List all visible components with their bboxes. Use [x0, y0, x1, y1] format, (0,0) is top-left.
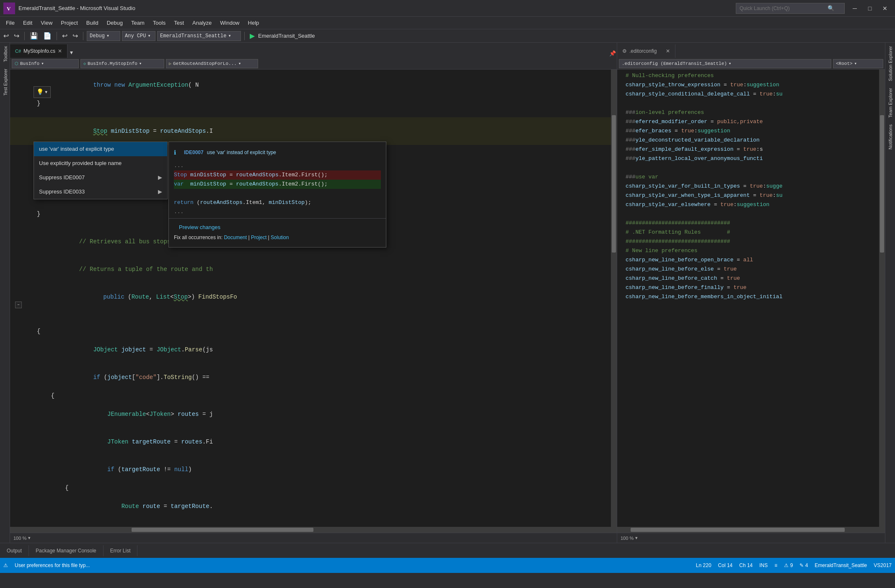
zoom-dropdown-right[interactable]: ▾	[635, 535, 638, 541]
scroll-bar-v-right[interactable]	[879, 70, 885, 527]
tab-mystopinfo[interactable]: C# MyStopInfo.cs ✕	[10, 44, 67, 58]
menu-window[interactable]: Window	[216, 18, 243, 28]
preview-label[interactable]: Preview changes	[174, 222, 381, 233]
fix-project-link[interactable]: Project	[251, 235, 266, 240]
scroll-bar-h-right[interactable]	[617, 527, 885, 533]
zoom-dropdown-left[interactable]: ▾	[28, 535, 31, 541]
fix-solution-link[interactable]: Solution	[271, 235, 289, 240]
toolbar-undo[interactable]: ↩	[60, 31, 69, 41]
context-menu-var-label: use 'var' instead of explicit type	[39, 144, 114, 154]
fix-document-link[interactable]: Document	[224, 235, 247, 240]
team-explorer-tab[interactable]: Team Explorer	[886, 85, 895, 121]
separator-3	[83, 32, 83, 40]
collapse-btn[interactable]: –	[15, 302, 22, 308]
scroll-thumb-right[interactable]	[880, 115, 884, 253]
output-tab[interactable]: Output	[0, 545, 29, 556]
tab-bar-right: ⚙ .editorconfig ✕	[617, 43, 885, 58]
zoom-label-left: 100 %	[13, 536, 26, 541]
right-line-11	[622, 163, 880, 173]
tab-editorconfig-close[interactable]: ✕	[666, 48, 670, 54]
scroll-thumb-left[interactable]	[612, 115, 616, 253]
menu-debug[interactable]: Debug	[103, 18, 127, 28]
cs-icon: C#	[15, 49, 21, 54]
editorconfig-code[interactable]: # Null-checking preferences csharp_style…	[617, 70, 885, 527]
context-menu-item-suppress0007[interactable]: Suppress IDE0007 ▶	[34, 170, 167, 185]
method-dropdown[interactable]: ▷ GetRouteAndStopForLo... ▾	[166, 59, 258, 68]
status-mode: INS	[759, 562, 768, 568]
code-editor-left[interactable]: 💡 ▾ throw new ArgumentException( N }	[10, 70, 617, 527]
menu-tools[interactable]: Tools	[149, 18, 170, 28]
run-button[interactable]: ▶	[248, 31, 256, 41]
ide-label: use 'var' instead of explicit type	[207, 148, 276, 157]
tab-editorconfig[interactable]: ⚙ .editorconfig ✕	[617, 44, 675, 58]
project-dropdown[interactable]: EmeraldTransit_Seattle ▾	[157, 31, 241, 41]
search-input[interactable]	[740, 5, 828, 11]
scroll-bar-h-left[interactable]	[10, 527, 617, 533]
context-menu-item-suppress0033[interactable]: Suppress IDE0033 ▶	[34, 185, 167, 199]
lightbulb-container: 💡 ▾	[34, 86, 51, 98]
menu-project[interactable]: Project	[57, 18, 82, 28]
menu-help[interactable]: Help	[244, 18, 264, 28]
maximize-button[interactable]: □	[863, 3, 877, 14]
tab-editorconfig-label: .editorconfig	[629, 48, 657, 54]
code-line-15: if (jobject["code"].ToString() ==	[10, 364, 617, 391]
separator-2	[57, 32, 57, 40]
method-label: GetRouteAndStopForLo...	[173, 61, 237, 66]
tab-dropdown-btn[interactable]: ▾	[67, 47, 75, 58]
nav-bar-left: ⬡ BusInfo ▾ ◇ BusInfo.MyStopInfo ▾ ▷ Get…	[10, 58, 617, 70]
status-vs-version: VS2017	[874, 562, 892, 568]
context-menu-item-var[interactable]: use 'var' instead of explicit type	[34, 142, 167, 156]
pin-btn[interactable]: 📌	[608, 49, 617, 58]
solution-explorer-tab[interactable]: Solution Explorer	[886, 43, 895, 85]
package-manager-console-tab[interactable]: Package Manager Console	[29, 545, 103, 556]
test-explorer-tab[interactable]: Test Explorer	[0, 65, 10, 99]
context-menu-item-tuple[interactable]: Use explicitly provided tuple name	[34, 156, 167, 170]
lightbulb-button[interactable]: 💡 ▾	[34, 86, 51, 98]
config-label: Debug	[90, 33, 105, 39]
toolbar-forward[interactable]: ↪	[12, 31, 21, 41]
context-menu: use 'var' instead of explicit type Use e…	[34, 142, 168, 199]
toolbar-back[interactable]: ↩	[2, 31, 10, 41]
preview-actions: Preview changes Fix all occurrences in: …	[169, 218, 386, 244]
search-box[interactable]: 🔍	[736, 3, 845, 14]
menu-edit[interactable]: Edit	[19, 18, 36, 28]
editorconfig-file-dropdown[interactable]: .editorconfig (EmeraldTransit_Seattle) ▾	[619, 59, 831, 68]
toolbox-tab[interactable]: Toolbox	[0, 43, 10, 65]
menu-build[interactable]: Build	[82, 18, 103, 28]
scroll-thumb-h-left[interactable]	[132, 528, 313, 532]
scroll-bar-v-left[interactable]	[611, 70, 617, 527]
suppress-0007-label: Suppress IDE0007	[39, 173, 85, 182]
status-project: EmeraldTransit_Seattle	[815, 562, 867, 568]
tab-mystopinfo-close[interactable]: ✕	[58, 48, 62, 54]
right-line-22: csharp_new_line_before_else = true	[622, 265, 880, 274]
menu-team[interactable]: Team	[127, 18, 149, 28]
status-ch: Ch 14	[739, 562, 753, 568]
close-button[interactable]: ✕	[878, 3, 892, 14]
menu-view[interactable]: View	[36, 18, 57, 28]
window-title: EmeraldTransit_Seattle - Microsoft Visua…	[18, 5, 736, 11]
toolbar-save-all[interactable]: 📄	[41, 31, 53, 41]
title-bar: V EmeraldTransit_Seattle - Microsoft Vis…	[0, 0, 895, 17]
menu-test[interactable]: Test	[170, 18, 188, 28]
tab-bar-left: C# MyStopInfo.cs ✕ ▾ 📌	[10, 43, 617, 58]
menu-analyze[interactable]: Analyze	[188, 18, 216, 28]
config-dropdown[interactable]: Debug ▾	[87, 31, 120, 41]
editorconfig-scope-dropdown[interactable]: <Root> ▾	[833, 59, 883, 68]
zoom-bar-left: 100 % ▾	[10, 533, 617, 543]
minimize-button[interactable]: ─	[848, 3, 861, 14]
scroll-thumb-h-right[interactable]	[631, 528, 845, 532]
toolbar-redo[interactable]: ↪	[71, 31, 80, 41]
window-controls: ─ □ ✕	[848, 3, 892, 14]
notifications-tab[interactable]: Notifications	[886, 121, 895, 153]
suppress-0007-arrow: ▶	[158, 173, 162, 182]
code-line-18: JToken targetRoute = routes.Fi	[10, 428, 617, 456]
platform-dropdown[interactable]: Any CPU ▾	[122, 31, 155, 41]
toolbar-save[interactable]: 💾	[28, 31, 40, 41]
return-line: return (routeAndStops.Item1, minDistStop…	[174, 199, 311, 206]
class-dropdown[interactable]: ◇ BusInfo.MyStopInfo ▾	[80, 59, 164, 68]
error-list-tab[interactable]: Error List	[103, 545, 138, 556]
added-line: var minDistStop = routeAndStops.Item2.Fi…	[174, 180, 381, 189]
zoom-bar-right: 100 % ▾	[617, 533, 885, 543]
menu-file[interactable]: File	[2, 18, 19, 28]
namespace-dropdown[interactable]: ⬡ BusInfo ▾	[12, 59, 79, 68]
